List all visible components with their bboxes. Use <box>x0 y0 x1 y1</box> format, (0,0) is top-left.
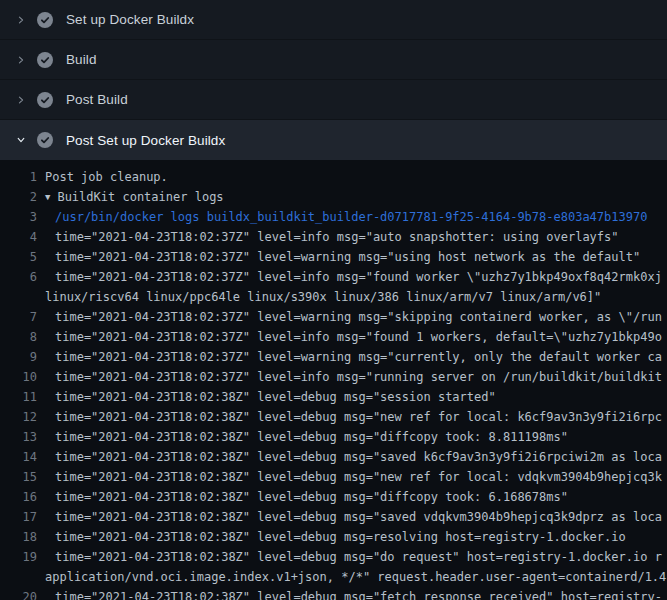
step-list: Set up Docker Buildx Build Post Build <box>0 0 667 160</box>
log-line-number[interactable]: 6 <box>0 267 37 287</box>
log-line-text: time="2021-04-23T18:02:38Z" level=debug … <box>55 507 662 527</box>
log-line-number[interactable]: 10 <box>0 367 37 387</box>
step-title: Build <box>66 52 97 67</box>
log-line-number[interactable]: 16 <box>0 487 37 507</box>
group-collapse-triangle-icon[interactable]: ▼ <box>45 187 50 207</box>
log-line: 17 time="2021-04-23T18:02:38Z" level=deb… <box>0 507 667 527</box>
log-line-number[interactable]: 7 <box>0 307 37 327</box>
step-header-post-build[interactable]: Post Build <box>0 80 667 120</box>
log-line-number[interactable]: 14 <box>0 447 37 467</box>
log-line-text: time="2021-04-23T18:02:37Z" level=warnin… <box>55 247 640 267</box>
log-line: 19 time="2021-04-23T18:02:38Z" level=deb… <box>0 547 667 567</box>
chevron-down-icon <box>13 132 29 148</box>
log-line: 7 time="2021-04-23T18:02:37Z" level=warn… <box>0 307 667 327</box>
log-line-text: time="2021-04-23T18:02:38Z" level=debug … <box>55 587 662 600</box>
log-line-text: time="2021-04-23T18:02:38Z" level=debug … <box>55 547 662 567</box>
log-line: 2 ▼BuildKit container logs <box>0 187 667 207</box>
log-line: 18 time="2021-04-23T18:02:38Z" level=deb… <box>0 527 667 547</box>
log-line-number[interactable]: 15 <box>0 467 37 487</box>
log-line-number[interactable]: 11 <box>0 387 37 407</box>
log-line-number[interactable]: 1 <box>0 167 37 187</box>
log-line: application/vnd.oci.image.index.v1+json,… <box>0 567 667 587</box>
check-circle-icon <box>37 92 53 108</box>
log-line-text[interactable]: ▼BuildKit container logs <box>45 187 224 207</box>
log-line-number[interactable]: 9 <box>0 347 37 367</box>
log-line-text: time="2021-04-23T18:02:38Z" level=debug … <box>55 527 626 547</box>
log-line: 6 time="2021-04-23T18:02:37Z" level=info… <box>0 267 667 287</box>
log-line-text: /usr/bin/docker logs buildx_buildkit_bui… <box>55 207 647 227</box>
log-line-number[interactable] <box>0 287 37 307</box>
log-line: 3 /usr/bin/docker logs buildx_buildkit_b… <box>0 207 667 227</box>
log-line: 1 Post job cleanup. <box>0 167 667 187</box>
log-line-number[interactable]: 13 <box>0 427 37 447</box>
log-line-number[interactable]: 8 <box>0 327 37 347</box>
log-line-text: time="2021-04-23T18:02:38Z" level=debug … <box>55 487 568 507</box>
log-line: 9 time="2021-04-23T18:02:37Z" level=warn… <box>0 347 667 367</box>
log-line: 16 time="2021-04-23T18:02:38Z" level=deb… <box>0 487 667 507</box>
step-title: Post Set up Docker Buildx <box>66 133 225 148</box>
log-line-text: linux/riscv64 linux/ppc64le linux/s390x … <box>45 287 601 307</box>
chevron-right-icon <box>13 92 29 108</box>
log-line-text: time="2021-04-23T18:02:38Z" level=debug … <box>55 387 496 407</box>
chevron-right-icon <box>13 12 29 28</box>
log-line-text: time="2021-04-23T18:02:38Z" level=debug … <box>55 427 568 447</box>
check-circle-icon <box>37 132 53 148</box>
log-line: 15 time="2021-04-23T18:02:38Z" level=deb… <box>0 467 667 487</box>
log-line-text: time="2021-04-23T18:02:38Z" level=debug … <box>55 467 662 487</box>
log-line-text: time="2021-04-23T18:02:37Z" level=info m… <box>55 327 662 347</box>
step-header-set-up-docker-buildx[interactable]: Set up Docker Buildx <box>0 0 667 40</box>
log-line: 13 time="2021-04-23T18:02:38Z" level=deb… <box>0 427 667 447</box>
log-line-number[interactable]: 2 <box>0 187 37 207</box>
log-line-number[interactable] <box>0 567 37 587</box>
log-line-number[interactable]: 17 <box>0 507 37 527</box>
check-circle-icon <box>37 12 53 28</box>
check-circle-icon <box>37 52 53 68</box>
log-line: 8 time="2021-04-23T18:02:37Z" level=info… <box>0 327 667 347</box>
log-line-text: time="2021-04-23T18:02:37Z" level=info m… <box>55 367 662 387</box>
log-line: 20 time="2021-04-23T18:02:38Z" level=deb… <box>0 587 667 600</box>
step-title: Post Build <box>66 92 128 107</box>
log-line-text: time="2021-04-23T18:02:38Z" level=debug … <box>55 447 662 467</box>
log-line: 12 time="2021-04-23T18:02:38Z" level=deb… <box>0 407 667 427</box>
log-line-text: time="2021-04-23T18:02:38Z" level=debug … <box>55 407 662 427</box>
log-line-number[interactable]: 5 <box>0 247 37 267</box>
log-line-number[interactable]: 20 <box>0 587 37 600</box>
log-line: 11 time="2021-04-23T18:02:38Z" level=deb… <box>0 387 667 407</box>
log-line-number[interactable]: 19 <box>0 547 37 567</box>
log-output: 1 Post job cleanup. 2 ▼BuildKit containe… <box>0 160 667 600</box>
step-title: Set up Docker Buildx <box>66 12 194 27</box>
log-line-text: time="2021-04-23T18:02:37Z" level=warnin… <box>55 307 662 327</box>
log-line-text: application/vnd.oci.image.index.v1+json,… <box>45 567 666 587</box>
log-line-text: time="2021-04-23T18:02:37Z" level=info m… <box>55 227 619 247</box>
step-header-post-set-up-docker-buildx[interactable]: Post Set up Docker Buildx <box>0 120 667 160</box>
actions-log-viewer: Set up Docker Buildx Build Post Build <box>0 0 667 600</box>
log-line: 14 time="2021-04-23T18:02:38Z" level=deb… <box>0 447 667 467</box>
log-line-text: Post job cleanup. <box>45 167 168 187</box>
log-line-number[interactable]: 4 <box>0 227 37 247</box>
log-line-text: time="2021-04-23T18:02:37Z" level=info m… <box>55 267 662 287</box>
log-line-number[interactable]: 3 <box>0 207 37 227</box>
step-header-build[interactable]: Build <box>0 40 667 80</box>
log-line-number[interactable]: 12 <box>0 407 37 427</box>
chevron-right-icon <box>13 52 29 68</box>
log-line-text: time="2021-04-23T18:02:37Z" level=warnin… <box>55 347 662 367</box>
log-line: 4 time="2021-04-23T18:02:37Z" level=info… <box>0 227 667 247</box>
log-line-number[interactable]: 18 <box>0 527 37 547</box>
log-line: 5 time="2021-04-23T18:02:37Z" level=warn… <box>0 247 667 267</box>
log-line: linux/riscv64 linux/ppc64le linux/s390x … <box>0 287 667 307</box>
log-line: 10 time="2021-04-23T18:02:37Z" level=inf… <box>0 367 667 387</box>
